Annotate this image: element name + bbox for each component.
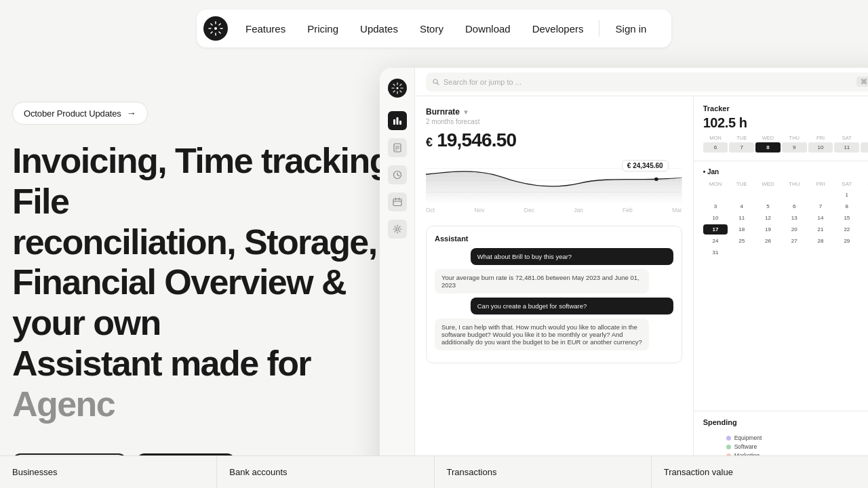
stat-bank-accounts: Bank accounts xyxy=(217,456,434,488)
svg-rect-30 xyxy=(393,199,401,206)
nav-signin[interactable]: Sign in xyxy=(605,18,658,40)
nav-developers[interactable]: Developers xyxy=(523,18,593,40)
stats-bar: Businesses Bank accounts Transactions Tr… xyxy=(0,455,868,488)
stat-businesses: Businesses xyxy=(0,456,217,488)
calendar-month: • Jan xyxy=(703,168,719,176)
burnrate-currency: € xyxy=(426,136,432,149)
dashboard-sidebar xyxy=(380,68,415,474)
dashboard-topbar: Search for or jump to ... ⌘ K xyxy=(415,68,868,96)
svg-rect-20 xyxy=(393,119,395,125)
cal-label-fri: FRI xyxy=(808,180,833,188)
cal-label-sat: SAT xyxy=(834,180,859,188)
nav-story[interactable]: Story xyxy=(410,18,453,40)
calendar-today: 17 xyxy=(703,224,728,235)
assistant-msg-4: Sure, I can help with that. How much wou… xyxy=(435,319,649,350)
legend-equipment: Equipment xyxy=(726,434,762,441)
assistant-label: Assistant xyxy=(435,235,673,243)
dashboard-search[interactable]: Search for or jump to ... ⌘ K xyxy=(426,73,868,92)
svg-line-29 xyxy=(397,175,399,176)
svg-rect-22 xyxy=(399,121,401,125)
headline-line4: Assistant made for xyxy=(12,344,311,383)
dashboard-main: Search for or jump to ... ⌘ K Burnrate ▼ xyxy=(415,68,868,474)
spending-title: Spending xyxy=(703,418,868,426)
tracker-title: Tracker xyxy=(703,104,868,113)
dashboard-logo xyxy=(388,79,407,98)
x-label-nov: Nov xyxy=(474,207,484,214)
burnrate-chevron-icon: ▼ xyxy=(462,108,469,116)
x-label-feb: Feb xyxy=(623,207,633,214)
tracker-hours: 102.5 h xyxy=(703,115,868,131)
x-label-jan: Jan xyxy=(574,207,583,214)
hero-section: October Product Updates → Invoicing, Tim… xyxy=(0,0,868,488)
svg-line-36 xyxy=(437,83,439,85)
nav-divider xyxy=(599,20,599,37)
legend-software: Software xyxy=(726,443,762,450)
keyboard-shortcut-badge: ⌘ K xyxy=(856,77,868,87)
calendar-panel: • Jan MON TUE WED THU FRI SAT SUN xyxy=(694,161,868,411)
nav-updates[interactable]: Updates xyxy=(351,18,408,40)
burnrate-amount: € 19,546.50 xyxy=(426,129,682,151)
tracker-panel: Tracker 102.5 h MON TUE WED THU FRI SAT … xyxy=(694,96,868,161)
assistant-msg-3: Can you create a budget for software? xyxy=(471,298,673,314)
nav-pricing[interactable]: Pricing xyxy=(298,18,348,40)
svg-point-11 xyxy=(396,87,398,89)
svg-point-34 xyxy=(396,228,399,230)
x-label-dec: Dec xyxy=(524,207,534,214)
nav-download[interactable]: Download xyxy=(456,18,520,40)
sidebar-clock-icon[interactable] xyxy=(388,165,407,184)
dashboard-content: Burnrate ▼ 2 months forecast € 19,546.50 xyxy=(415,96,868,474)
burnrate-card: Burnrate ▼ 2 months forecast € 19,546.50 xyxy=(426,107,682,218)
chart-value-label: € 24,345.60 xyxy=(622,160,669,171)
calendar-header: • Jan xyxy=(703,168,868,176)
burnrate-chart: € 24,345.60 Oct Nov Dec Jan Feb Mar xyxy=(426,157,682,218)
x-label-mar: Mar xyxy=(672,207,682,214)
x-label-oct: Oct xyxy=(426,207,435,214)
announcement-badge[interactable]: October Product Updates → xyxy=(12,102,148,125)
nav-logo[interactable] xyxy=(203,16,228,41)
headline-line3: Financial Overview & your own xyxy=(12,262,346,342)
cal-label-tue: TUE xyxy=(729,180,754,188)
stat-transaction-value: Transaction value xyxy=(652,456,868,488)
spending-bars xyxy=(703,430,715,458)
cal-label-thu: THU xyxy=(782,180,807,188)
headline-animated: Agenc xyxy=(12,384,115,424)
burnrate-period: 2 months forecast xyxy=(426,118,682,125)
stat-transactions: Transactions xyxy=(435,456,652,488)
chart-x-labels: Oct Nov Dec Jan Feb Mar xyxy=(426,207,682,214)
burnrate-label: Burnrate ▼ xyxy=(426,107,682,117)
dashboard-left-column: Burnrate ▼ 2 months forecast € 19,546.50 xyxy=(415,96,694,474)
svg-point-40 xyxy=(654,178,658,181)
dashboard-preview: Search for or jump to ... ⌘ K Burnrate ▼ xyxy=(380,68,868,474)
announcement-text: October Product Updates xyxy=(24,108,121,119)
sidebar-invoice-icon[interactable] xyxy=(388,138,407,157)
svg-rect-21 xyxy=(396,117,398,125)
navigation: Features Pricing Updates Story Download … xyxy=(197,9,671,47)
svg-point-1 xyxy=(214,27,217,30)
cal-label-wed: WED xyxy=(755,180,781,188)
calendar-grid: MON TUE WED THU FRI SAT SUN xyxy=(703,180,868,258)
search-placeholder: Search for or jump to ... xyxy=(443,78,521,86)
dashboard-right-column: Tracker 102.5 h MON TUE WED THU FRI SAT … xyxy=(694,96,868,474)
assistant-msg-2: Your average burn rate is 72,481.06 betw… xyxy=(435,269,649,293)
sidebar-calendar-icon[interactable] xyxy=(388,192,407,211)
headline-line2: reconciliation, Storage, xyxy=(12,222,377,262)
nav-features[interactable]: Features xyxy=(236,18,295,40)
sidebar-chart-icon[interactable] xyxy=(388,111,407,130)
headline-line1: Invoicing, Time tracking, File xyxy=(12,141,399,221)
cal-label-mon: MON xyxy=(703,180,728,188)
assistant-panel: Assistant What about Brill to buy this y… xyxy=(426,226,682,363)
badge-arrow-icon: → xyxy=(127,108,136,119)
sidebar-settings-icon[interactable] xyxy=(388,220,407,239)
hero-headline: Invoicing, Time tracking, File reconcili… xyxy=(12,141,419,425)
cal-label-sun: SUN xyxy=(861,180,868,188)
assistant-msg-1: What about Brill to buy this year? xyxy=(471,248,673,265)
